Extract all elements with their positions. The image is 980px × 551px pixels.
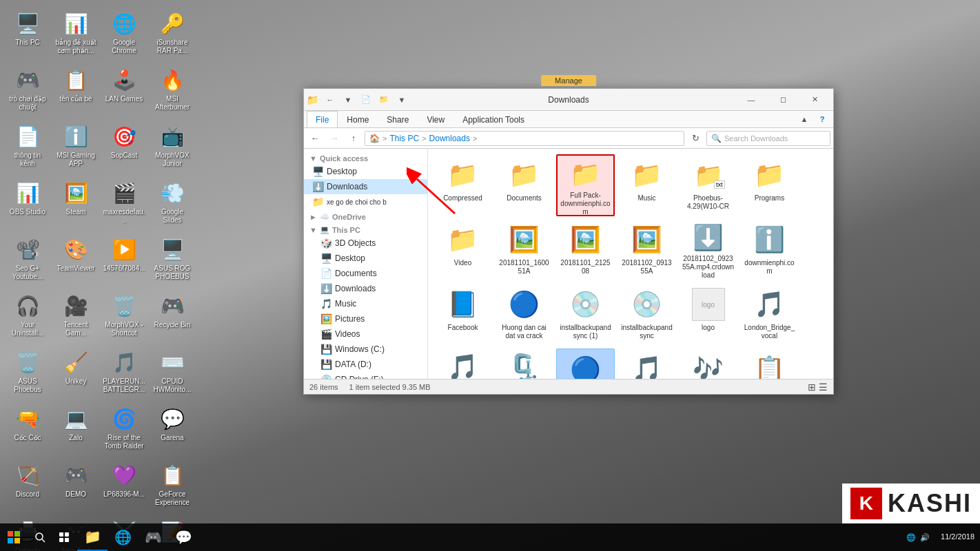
search-box[interactable]: 🔍 Search Downloads	[706, 131, 830, 146]
quick-access-expand[interactable]: ▼	[309, 154, 317, 163]
file-full-pack[interactable]: 📁 Full Pack-downmienphi.com	[556, 154, 615, 216]
onedrive-expand[interactable]: ►	[309, 213, 317, 221]
desktop-icon-lan-games[interactable]: 🕹️ LAN Games	[102, 62, 146, 117]
tray-network-icon[interactable]: 🌐	[906, 533, 916, 542]
desktop-icon-discord[interactable]: 💜 LP68396-M...	[102, 457, 146, 512]
file-logo[interactable]: logo logo	[679, 284, 737, 346]
desktop-icon-demo[interactable]: 📋 GeForce Experience	[150, 457, 194, 512]
qat-back-button[interactable]: ←	[322, 92, 338, 108]
taskbar-edge-app[interactable]: 🌐	[108, 523, 138, 551]
tray-sound-icon[interactable]: 🔊	[920, 533, 930, 542]
taskbar-chat-app[interactable]: 💬	[168, 523, 198, 551]
qat-new-folder-button[interactable]: 📁	[376, 92, 392, 108]
desktop-icon-zalo[interactable]: 💬 Garena	[150, 401, 194, 456]
nav-desktop2[interactable]: 🖥️ Desktop	[304, 251, 427, 266]
path-this-pc[interactable]: This PC	[389, 134, 419, 143]
desktop-icon-bang-de-xuat[interactable]: 📊 bảng đề xuất cơm phần...	[54, 6, 98, 61]
desktop-icon-camtasia[interactable]: 🎥 Tencent Gam...	[54, 288, 98, 343]
desktop-icon-asus-rog[interactable]: 🎧 Your Uninstall...	[6, 288, 50, 343]
tab-share[interactable]: Share	[378, 111, 418, 127]
path-downloads[interactable]: Downloads	[429, 134, 470, 143]
desktop-icon-seo[interactable]: ▶️ 14576f7084...	[102, 231, 146, 287]
large-icons-button[interactable]: ⊞	[808, 382, 816, 393]
ribbon-expand-button[interactable]: ▲	[796, 111, 813, 127]
nav-documents[interactable]: 📄 Documents	[304, 266, 427, 281]
nav-desktop[interactable]: 🖥️ Desktop	[304, 164, 427, 179]
desktop-icon-unikey[interactable]: ⌨️ CPUID HWMonito...	[150, 344, 194, 399]
nav-xe-go[interactable]: 📁 xe go de choi cho b	[304, 194, 427, 209]
list-view-button[interactable]: ☰	[819, 382, 828, 393]
desktop-icon-adobe[interactable]: 🎨 TeamViewer	[54, 231, 98, 287]
desktop-icon-obs[interactable]: 🎬 maxresdefau...	[102, 175, 146, 230]
desktop-icon-cpuid[interactable]: 💻 Zalo	[54, 401, 98, 456]
desktop-icon-uninstall[interactable]: 🗑️ MorphVOX - Shortcut	[102, 288, 146, 343]
file-installback2[interactable]: 💿 installbackupandsync	[617, 284, 676, 346]
desktop-icon-this-pc[interactable]: 🖥️ This PC	[6, 6, 50, 61]
file-video[interactable]: 📁 Video	[433, 219, 492, 281]
nav-windows-c[interactable]: 💾 Windows (C:)	[304, 342, 427, 357]
tab-view[interactable]: View	[418, 111, 453, 127]
qat-down-button[interactable]: ▼	[340, 92, 356, 108]
file-old-macdonald[interactable]: 🎶 Old_MacDonald_Instrumental	[679, 349, 737, 379]
manage-tab[interactable]: Manage	[541, 75, 596, 86]
this-pc-expand[interactable]: ▼	[309, 226, 317, 234]
desktop-icon-teamviewer[interactable]: 🖥️ ASUS ROG PHOEBUS	[150, 231, 194, 287]
file-phoebus[interactable]: 📁 txt Phoebus-4.29(W10-CR	[679, 154, 737, 216]
desktop-icon-thong-tin[interactable]: ℹ️ MSI Gaming APP	[54, 118, 98, 174]
nav-pictures[interactable]: 🖼️ Pictures	[304, 311, 427, 326]
taskbar-search-button[interactable]	[28, 525, 52, 550]
file-huong-dan[interactable]: 🔵 Huong dan cai dat va crack	[495, 284, 553, 346]
desktop-icon-ccleaner[interactable]: 🧹 Unikey	[54, 344, 98, 399]
desktop-icon-ten-cua-be[interactable]: 📋 tên của bé	[54, 62, 98, 117]
file-documents[interactable]: 📁 Documents	[495, 154, 553, 216]
refresh-button[interactable]: ↻	[687, 130, 704, 147]
file-facebook[interactable]: 📘 Facebook	[433, 284, 492, 346]
file-compressed[interactable]: 📁 Compressed	[433, 154, 492, 216]
desktop-icon-steam[interactable]: 💨 Google Slides	[150, 175, 194, 230]
desktop-icon-tencent[interactable]: 🎮 Recycle Bin	[150, 288, 194, 343]
desktop-icon-pubg[interactable]: 🔫 Cốc Cốc	[6, 401, 50, 456]
desktop-icon-logo[interactable]: 🖼️ Steam	[54, 175, 98, 230]
tab-file[interactable]: File	[307, 111, 338, 127]
desktop-icon-msi[interactable]: 🔥 MSI Afterburner	[150, 62, 194, 117]
start-button[interactable]	[0, 523, 28, 551]
file-morphvox-pro[interactable]: 🗜️ MorphVOX_Pro.4.4.75.downmienphi.com	[495, 349, 553, 379]
file-20181101-2[interactable]: 🖼️ 20181101_212508	[556, 219, 615, 281]
desktop-icon-garena[interactable]: 🎮 DEMO	[54, 457, 98, 512]
desktop-icon-rise[interactable]: 🏹 Discord	[6, 457, 50, 512]
nav-back-button[interactable]: ←	[307, 130, 323, 147]
file-installback1[interactable]: 💿 installbackupandsync (1)	[556, 284, 615, 346]
taskbar-game-app[interactable]: 🎮	[138, 523, 168, 551]
nav-forward-button[interactable]: →	[326, 130, 343, 147]
file-london-bridge[interactable]: 🎵 London_Bridge_vocal	[740, 284, 799, 346]
desktop-icon-asus-phoebus[interactable]: 🎵 PLAYERUN... BATTLEGR...	[102, 344, 146, 399]
tab-app-tools[interactable]: Application Tools	[453, 111, 533, 127]
desktop-icon-recycle-bin[interactable]: 🗑️ ASUS Phoebus	[6, 344, 50, 399]
file-downmienphicom[interactable]: ℹ️ downmienphi.com	[740, 219, 799, 281]
file-morphvox-profull[interactable]: 🔵 MorphVOX ProFull	[556, 349, 615, 379]
file-readme[interactable]: 📋 Readme	[740, 349, 799, 379]
desktop-icon-gslides[interactable]: 📽️ Seo G+ Youtube...	[6, 231, 50, 287]
desktop-icon-msi-gaming[interactable]: 🎯 SopCast	[102, 118, 146, 174]
nav-data-d[interactable]: 💾 DATA (D:)	[304, 357, 427, 372]
nav-cd-f[interactable]: 💿 CD Drive (F:)	[304, 372, 427, 379]
desktop-icon-google-docs[interactable]: 📄 thông tin kênh	[6, 118, 50, 174]
file-mary-hod[interactable]: 🎵 Mary_Hod_A_Little_Lamb_instrumental	[433, 349, 492, 379]
file-programs[interactable]: 📁 Programs	[740, 154, 799, 216]
file-mr-turtle[interactable]: 🎵 Mr_Turtle	[617, 349, 676, 379]
file-music[interactable]: 📁 Music	[617, 154, 676, 216]
close-button[interactable]: ✕	[799, 89, 830, 111]
nav-videos[interactable]: 🎬 Videos	[304, 326, 427, 342]
desktop-icon-isunshare[interactable]: 🔑 iSunshare RAR Pa...	[150, 6, 194, 61]
qat-customize-button[interactable]: ▼	[394, 92, 410, 108]
minimize-button[interactable]: —	[735, 89, 767, 111]
maximize-button[interactable]: ◻	[767, 89, 799, 111]
desktop-icon-chrome[interactable]: 🌐 Google Chrome	[102, 6, 146, 61]
taskbar-explorer-app[interactable]: 📁	[77, 523, 108, 551]
tab-home[interactable]: Home	[338, 111, 378, 127]
address-path[interactable]: 🏠 > This PC > Downloads >	[365, 131, 684, 146]
nav-up-button[interactable]: ↑	[345, 130, 362, 147]
file-20181101-1[interactable]: 🖼️ 20181101_160051A	[495, 219, 553, 281]
qat-properties-button[interactable]: 📄	[358, 92, 374, 108]
nav-downloads[interactable]: ⬇️ Downloads	[304, 179, 427, 194]
